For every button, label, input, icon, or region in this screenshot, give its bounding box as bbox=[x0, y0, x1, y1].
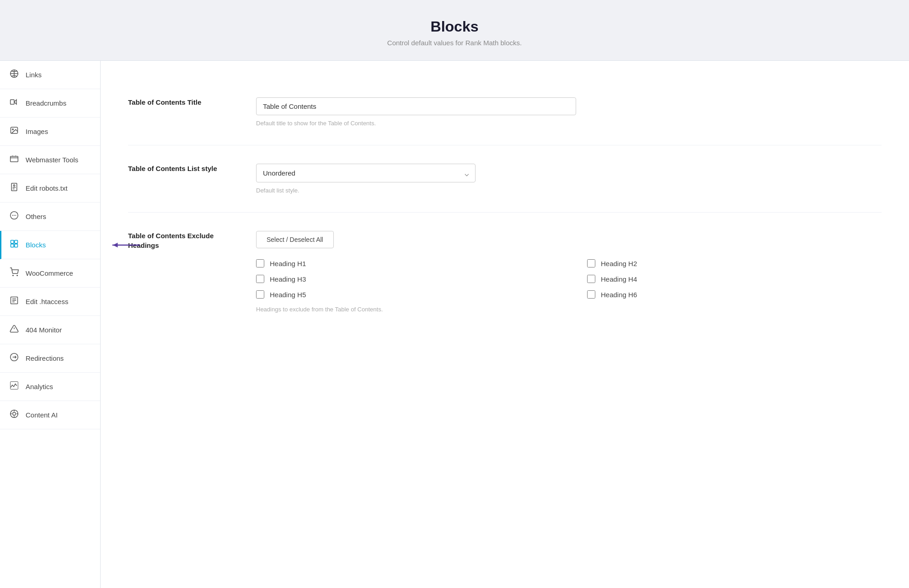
sidebar-item-edit-robots[interactable]: Edit robots.txt bbox=[0, 174, 100, 203]
heading-h3-label: Heading H3 bbox=[270, 275, 306, 283]
sidebar-label-woocommerce: WooCommerce bbox=[26, 269, 73, 277]
htaccess-icon bbox=[9, 296, 19, 307]
toc-title-hint: Default title to show for the Table of C… bbox=[256, 120, 882, 127]
page-wrapper: Blocks Control default values for Rank M… bbox=[0, 0, 909, 588]
select-deselect-all-button[interactable]: Select / Deselect All bbox=[256, 231, 334, 248]
blocks-icon bbox=[9, 239, 19, 251]
images-icon bbox=[9, 126, 19, 137]
section-control-toc-list: Unordered Ordered ⌵ Default list style. bbox=[256, 164, 882, 194]
svg-point-27 bbox=[13, 412, 16, 416]
content-area: Links Breadcrumbs bbox=[0, 61, 909, 588]
main-content: Table of Contents Title Default title to… bbox=[101, 61, 909, 588]
section-toc-exclude: Table of Contents Exclude Headings Selec… bbox=[128, 213, 882, 331]
sidebar-item-webmaster-tools[interactable]: Webmaster Tools bbox=[0, 146, 100, 174]
heading-h3-checkbox[interactable] bbox=[256, 275, 264, 283]
sidebar-item-breadcrumbs[interactable]: Breadcrumbs bbox=[0, 89, 100, 118]
svg-rect-14 bbox=[11, 244, 14, 247]
sidebar-label-blocks: Blocks bbox=[26, 241, 46, 249]
section-toc-title: Table of Contents Title Default title to… bbox=[128, 79, 882, 145]
svg-point-4 bbox=[12, 129, 13, 130]
svg-rect-5 bbox=[11, 156, 18, 162]
links-icon bbox=[9, 69, 19, 80]
sidebar-item-images[interactable]: Images bbox=[0, 118, 100, 146]
heading-h6-label: Heading H6 bbox=[601, 291, 637, 299]
toc-title-input[interactable] bbox=[256, 97, 576, 115]
svg-rect-2 bbox=[11, 100, 14, 104]
sidebar-label-robots: Edit robots.txt bbox=[26, 184, 68, 192]
svg-rect-12 bbox=[11, 241, 14, 244]
sidebar-item-woocommerce[interactable]: WooCommerce bbox=[0, 259, 100, 288]
heading-h5-item[interactable]: Heading H5 bbox=[256, 290, 551, 299]
heading-h4-item[interactable]: Heading H4 bbox=[587, 275, 882, 283]
sidebar-item-htaccess[interactable]: Edit .htaccess bbox=[0, 288, 100, 316]
sidebar-item-others[interactable]: Others bbox=[0, 203, 100, 231]
heading-h1-item[interactable]: Heading H1 bbox=[256, 259, 551, 267]
svg-point-7 bbox=[13, 185, 15, 186]
page-subtitle: Control default values for Rank Math blo… bbox=[9, 39, 900, 47]
heading-h6-checkbox[interactable] bbox=[587, 290, 595, 299]
woocommerce-icon bbox=[9, 267, 19, 279]
section-control-toc-title: Default title to show for the Table of C… bbox=[256, 97, 882, 127]
breadcrumbs-icon bbox=[9, 97, 19, 109]
heading-h1-checkbox[interactable] bbox=[256, 259, 264, 267]
svg-point-17 bbox=[13, 275, 14, 276]
content-ai-icon bbox=[9, 409, 19, 421]
heading-h2-item[interactable]: Heading H2 bbox=[587, 259, 882, 267]
svg-marker-16 bbox=[113, 242, 118, 247]
heading-h3-item[interactable]: Heading H3 bbox=[256, 275, 551, 283]
sidebar-item-blocks[interactable]: Blocks bbox=[0, 231, 100, 259]
sidebar-label-redirections: Redirections bbox=[26, 354, 64, 362]
svg-rect-15 bbox=[15, 244, 18, 247]
toc-list-select[interactable]: Unordered Ordered bbox=[256, 164, 476, 182]
toc-list-select-wrapper: Unordered Ordered ⌵ bbox=[256, 164, 476, 182]
sidebar-item-redirections[interactable]: Redirections bbox=[0, 344, 100, 373]
svg-rect-13 bbox=[15, 241, 18, 244]
redirections-icon bbox=[9, 353, 19, 364]
heading-h2-label: Heading H2 bbox=[601, 260, 637, 267]
sidebar-label-others: Others bbox=[26, 213, 46, 220]
heading-h5-checkbox[interactable] bbox=[256, 290, 264, 299]
sidebar-label-links: Links bbox=[26, 71, 42, 79]
sidebar-label-htaccess: Edit .htaccess bbox=[26, 298, 68, 305]
svg-point-18 bbox=[17, 275, 18, 276]
heading-h4-label: Heading H4 bbox=[601, 275, 637, 283]
page-header: Blocks Control default values for Rank M… bbox=[0, 0, 909, 61]
sidebar-item-content-ai[interactable]: Content AI bbox=[0, 401, 100, 429]
headings-checkboxes-grid: Heading H1 Heading H2 Heading H3 He bbox=[256, 259, 882, 299]
section-label-toc-list: Table of Contents List style bbox=[128, 164, 229, 173]
sidebar-label-content-ai: Content AI bbox=[26, 411, 58, 419]
monitor-icon bbox=[9, 324, 19, 336]
arrow-annotation bbox=[105, 237, 141, 253]
section-control-toc-exclude: Select / Deselect All Heading H1 Heading… bbox=[256, 231, 882, 313]
sidebar-label-analytics: Analytics bbox=[26, 383, 53, 390]
sidebar-item-404-monitor[interactable]: 404 Monitor bbox=[0, 316, 100, 344]
sidebar-label-webmaster: Webmaster Tools bbox=[26, 156, 78, 164]
section-label-toc-exclude: Table of Contents Exclude Headings bbox=[128, 231, 229, 250]
robots-icon bbox=[9, 182, 19, 194]
sidebar-item-links[interactable]: Links bbox=[0, 61, 100, 89]
heading-h1-label: Heading H1 bbox=[270, 260, 306, 267]
webmaster-icon bbox=[9, 154, 19, 166]
page-title: Blocks bbox=[9, 18, 900, 35]
sidebar-label-404: 404 Monitor bbox=[26, 326, 62, 334]
section-label-toc-title: Table of Contents Title bbox=[128, 97, 229, 107]
sidebar: Links Breadcrumbs bbox=[0, 61, 101, 588]
others-icon bbox=[9, 211, 19, 222]
svg-rect-6 bbox=[11, 183, 17, 191]
heading-h6-item[interactable]: Heading H6 bbox=[587, 290, 882, 299]
heading-h2-checkbox[interactable] bbox=[587, 259, 595, 267]
toc-exclude-hint: Headings to exclude from the Table of Co… bbox=[256, 306, 882, 313]
toc-list-hint: Default list style. bbox=[256, 187, 882, 194]
heading-h5-label: Heading H5 bbox=[270, 291, 306, 299]
heading-h4-checkbox[interactable] bbox=[587, 275, 595, 283]
sidebar-item-analytics[interactable]: Analytics bbox=[0, 373, 100, 401]
sidebar-label-breadcrumbs: Breadcrumbs bbox=[26, 99, 66, 107]
analytics-icon bbox=[9, 381, 19, 392]
section-toc-list-style: Table of Contents List style Unordered O… bbox=[128, 145, 882, 213]
sidebar-label-images: Images bbox=[26, 128, 48, 135]
